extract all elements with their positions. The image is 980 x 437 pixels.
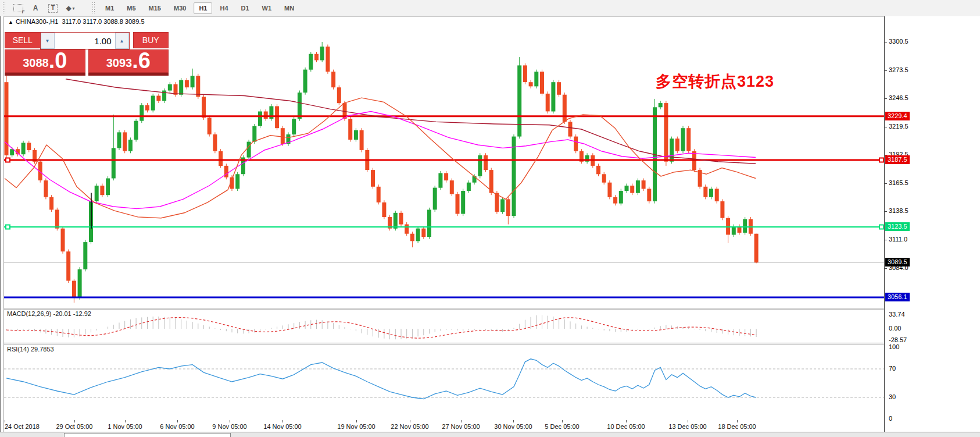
date-label: 22 Nov 05:00 [391, 423, 428, 430]
macd-scale-label: 33.74 [889, 311, 905, 318]
resistance-line-3187-handle[interactable] [6, 158, 10, 162]
support-line-3123-handle[interactable] [6, 225, 10, 229]
candle [602, 174, 606, 182]
timeframe-button-H1[interactable]: H1 [194, 2, 212, 14]
candle [360, 130, 364, 150]
candle [478, 155, 482, 176]
date-label: 13 Dec 05:00 [668, 423, 706, 430]
candle [168, 84, 172, 91]
candle [213, 134, 217, 151]
date-label: 9 Nov 05:00 [212, 423, 246, 430]
date-tick [737, 420, 738, 422]
macd-chart[interactable] [4, 309, 884, 343]
timeframe-button-M1[interactable]: M1 [100, 2, 119, 14]
candle [613, 197, 617, 204]
candle [348, 119, 352, 140]
candle [258, 112, 262, 126]
candle [607, 183, 611, 197]
toolbar-drag-handle-2[interactable] [92, 2, 96, 14]
resistance-line-3187-handle[interactable] [879, 158, 884, 162]
docked-window-tab[interactable] [64, 433, 231, 437]
candle [416, 229, 420, 241]
buy-price-decimal: .6 [132, 49, 151, 72]
volume-increase-button[interactable]: ▲ [115, 33, 129, 49]
sell-price-decimal: .0 [49, 49, 67, 72]
rsi-scale-label: 30 [889, 393, 896, 400]
date-tick [688, 420, 688, 422]
candle [405, 225, 409, 234]
pane-separator[interactable] [4, 308, 884, 308]
candle [630, 186, 634, 193]
price-tick [885, 268, 887, 269]
candle [156, 96, 160, 101]
trading-app-window: F A T ◆ ▾ M1M5M15M30H1H4D1W1MN ▲CHINA300… [0, 0, 980, 437]
timeframe-button-D1[interactable]: D1 [236, 2, 255, 14]
window-splitter[interactable] [0, 16, 4, 437]
rsi-scale-label: 0 [889, 415, 892, 422]
candle [529, 82, 533, 86]
candle [95, 186, 99, 201]
toolbar-drag-handle[interactable] [2, 2, 7, 14]
candle [540, 72, 544, 94]
date-label: 18 Dec 05:00 [718, 423, 756, 430]
date-label: 19 Nov 05:00 [337, 423, 375, 430]
trade-panel-bottom-bar [5, 73, 169, 76]
timeframe-button-M5[interactable]: M5 [121, 2, 141, 14]
timeframe-button-M30[interactable]: M30 [169, 2, 191, 14]
font-a-icon[interactable]: A [28, 1, 43, 15]
sell-button[interactable]: SELL [5, 32, 40, 48]
candle [179, 80, 183, 95]
timeframe-button-M15[interactable]: M15 [144, 2, 166, 14]
candle [117, 132, 121, 148]
rsi-chart[interactable] [4, 344, 884, 420]
indicator-grid-icon[interactable]: F [10, 1, 26, 15]
candle [49, 197, 53, 210]
candle [196, 76, 200, 97]
candle [27, 143, 31, 150]
chevron-down-icon: ▾ [73, 6, 75, 11]
timeframe-button-W1[interactable]: W1 [257, 2, 277, 14]
candle [484, 155, 488, 170]
candle [433, 188, 437, 210]
volume-input[interactable] [55, 33, 115, 49]
timeframe-button-MN[interactable]: MN [279, 2, 299, 14]
date-tick [626, 420, 627, 422]
date-tick [125, 420, 126, 422]
time-axis[interactable]: 24 Oct 201829 Oct 05:001 Nov 05:006 Nov … [4, 420, 884, 432]
objects-icon[interactable]: ◆ ▾ [63, 1, 78, 15]
candle [551, 82, 555, 111]
candle [394, 213, 398, 229]
chart-text-annotation[interactable]: 多空转折点3123 [656, 71, 774, 92]
date-tick [513, 420, 514, 422]
candle [44, 180, 48, 197]
buy-button[interactable]: BUY [133, 32, 169, 48]
candle [191, 76, 195, 87]
date-label: 27 Nov 05:00 [442, 423, 480, 430]
candle [112, 148, 116, 178]
candle [619, 191, 623, 204]
price-badge-3187.5: 3187.5 [885, 155, 910, 164]
candle [500, 199, 505, 212]
pane-separator-3[interactable] [4, 343, 884, 343]
buy-price-display[interactable]: 3093.6 [88, 49, 169, 73]
candle [134, 121, 138, 140]
sell-price-display[interactable]: 3088.0 [5, 49, 85, 73]
timeframe-button-H4[interactable]: H4 [214, 2, 233, 14]
collapse-triangle-icon[interactable]: ▲ [8, 19, 13, 25]
candle [78, 269, 82, 298]
candle [151, 96, 155, 111]
candle [72, 281, 76, 298]
price-axis[interactable]: 3300.53273.53246.53219.53192.53165.53138… [884, 16, 980, 432]
volume-decrease-button[interactable]: ▼ [41, 33, 55, 49]
candle [371, 170, 375, 187]
candle [743, 219, 747, 233]
text-label-icon[interactable]: T [45, 1, 60, 15]
candle [326, 47, 330, 72]
candle [100, 186, 104, 195]
candle [642, 180, 646, 189]
support-line-3123-handle[interactable] [879, 225, 884, 229]
candle [128, 140, 133, 151]
candle [303, 70, 307, 93]
date-label: 5 Dec 05:00 [545, 423, 579, 430]
date-label: 6 Nov 05:00 [160, 423, 194, 430]
